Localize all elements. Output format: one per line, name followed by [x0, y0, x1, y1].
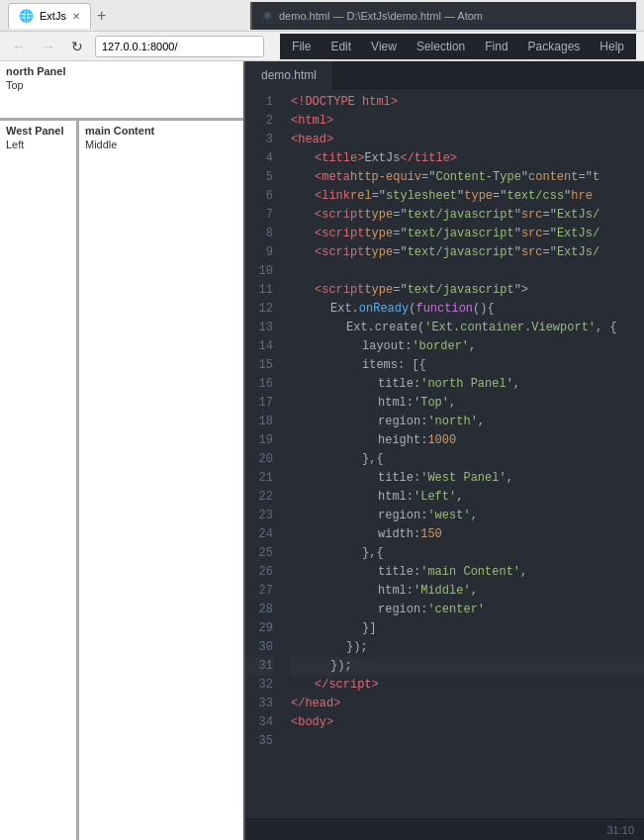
browser-titlebar: 🌐 ExtJs ✕ + ⚛ demo.html — D:\ExtJs\demo.… [0, 0, 644, 32]
code-line-28: region: 'center' [291, 601, 644, 619]
code-line-15: items: [{ [291, 356, 644, 375]
code-line-32: </script> [291, 676, 644, 695]
west-panel-title: West Panel [6, 125, 70, 137]
tab-favicon: 🌐 [19, 9, 34, 23]
atom-editor: demo.html 12345 678910 1112131415 161718… [245, 61, 644, 840]
west-panel-content: Left [6, 139, 70, 150]
code-line-35 [291, 732, 644, 751]
main-content-title: main Content [85, 125, 237, 137]
atom-tab-label: demo.html [261, 68, 317, 82]
code-line-10 [291, 262, 644, 281]
code-line-6: <link rel="stylesheet" type="text/css" h… [291, 187, 644, 206]
code-line-23: region: 'west', [291, 507, 644, 525]
menu-selection[interactable]: Selection [413, 38, 469, 55]
menu-view[interactable]: View [367, 38, 401, 55]
center-area: West Panel Left main Content Middle [0, 121, 243, 840]
code-line-16: title: 'north Panel', [291, 375, 644, 394]
back-button[interactable]: ← [8, 37, 30, 56]
menu-packages[interactable]: Packages [524, 38, 585, 55]
atom-title: demo.html — D:\ExtJs\demo.html — Atom [279, 10, 483, 22]
code-line-26: title: 'main Content', [291, 563, 644, 582]
code-line-8: <script type="text/javascript" src="ExtJ… [291, 225, 644, 243]
code-line-4: <title>ExtJs</title> [291, 149, 644, 168]
cursor-position: 31:10 [606, 824, 634, 836]
code-line-22: html: 'Left', [291, 488, 644, 507]
code-line-9: <script type="text/javascript" src="ExtJ… [291, 243, 644, 262]
code-line-14: layout: 'border', [291, 337, 644, 356]
code-line-24: width: 150 [291, 525, 644, 544]
browser-toolbar: ← → ↻ File Edit View Selection Find Pack… [0, 32, 644, 61]
code-line-3: <head> [291, 131, 644, 149]
atom-tabbar: demo.html [245, 61, 644, 89]
north-panel: north Panel Top [0, 61, 243, 121]
code-content: <!DOCTYPE html> <html> <head> <title>Ext… [281, 89, 644, 818]
west-panel: West Panel Left [0, 121, 79, 840]
code-line-30: }); [291, 638, 644, 657]
code-line-19: height: 1000 [291, 431, 644, 450]
menu-find[interactable]: Find [481, 38, 511, 55]
menu-file[interactable]: File [288, 38, 315, 55]
code-line-13: Ext.create('Ext.container.Viewport', { [291, 319, 644, 337]
code-line-33: </head> [291, 695, 644, 713]
code-line-27: html: 'Middle', [291, 582, 644, 601]
code-editor[interactable]: 12345 678910 1112131415 1617181920 21222… [245, 89, 644, 818]
new-tab-icon[interactable]: + [97, 7, 106, 25]
code-line-2: <html> [291, 112, 644, 131]
address-bar[interactable] [95, 36, 264, 57]
north-panel-title: north Panel [6, 65, 237, 77]
atom-statusbar: 31:10 [245, 818, 644, 840]
tab-title: ExtJs [40, 10, 66, 22]
code-line-31: }); [291, 657, 644, 676]
code-line-21: title: 'West Panel', [291, 469, 644, 488]
code-line-5: <meta http-equiv="Content-Type" content=… [291, 168, 644, 187]
code-line-12: Ext.onReady(function(){ [291, 300, 644, 319]
atom-tab-demo[interactable]: demo.html [245, 61, 333, 89]
main-content-panel: main Content Middle [79, 121, 243, 840]
browser-tab[interactable]: 🌐 ExtJs ✕ [8, 3, 91, 29]
atom-favicon: ⚛ [262, 9, 273, 23]
browser-panel: north Panel Top West Panel Left main Con… [0, 61, 245, 840]
code-line-17: html: 'Top', [291, 394, 644, 413]
tab-close-icon[interactable]: ✕ [72, 11, 80, 22]
forward-button[interactable]: → [38, 37, 59, 56]
reload-button[interactable]: ↻ [67, 37, 87, 56]
code-line-25: },{ [291, 544, 644, 563]
menu-edit[interactable]: Edit [326, 38, 355, 55]
code-line-1: <!DOCTYPE html> [291, 93, 644, 112]
north-panel-content: Top [6, 79, 237, 91]
code-line-7: <script type="text/javascript" src="ExtJ… [291, 206, 644, 225]
code-line-11: <script type="text/javascript"> [291, 281, 644, 300]
menu-help[interactable]: Help [596, 38, 628, 55]
code-line-34: <body> [291, 713, 644, 732]
line-numbers: 12345 678910 1112131415 1617181920 21222… [245, 89, 281, 818]
main-content-text: Middle [85, 139, 237, 150]
code-line-20: },{ [291, 450, 644, 469]
code-line-29: }] [291, 619, 644, 638]
code-line-18: region: 'north', [291, 413, 644, 431]
